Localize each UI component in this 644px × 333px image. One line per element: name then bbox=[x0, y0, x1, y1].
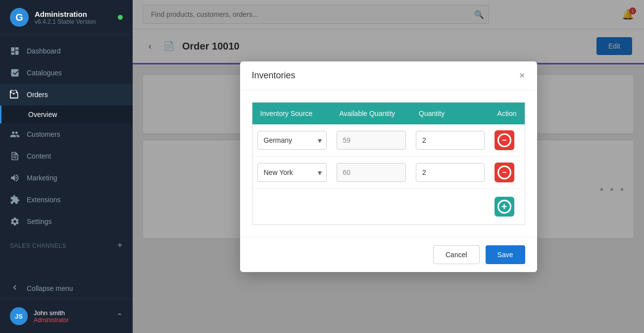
cell-empty-1 bbox=[252, 188, 332, 224]
marketing-label: Marketing bbox=[27, 174, 57, 182]
sidebar-item-orders[interactable]: Orders bbox=[0, 84, 133, 106]
cell-source-2: Germany New York London Paris ▾ bbox=[252, 156, 332, 188]
status-dot bbox=[118, 15, 123, 20]
user-name: John smith bbox=[34, 309, 110, 317]
content-icon bbox=[10, 151, 20, 161]
cell-avail-qty-2 bbox=[332, 156, 411, 188]
sidebar-footer: JS John smith Administrator ⌃ bbox=[0, 299, 133, 333]
modal-body: Inventory Source Available Quantity Quan… bbox=[240, 90, 537, 237]
save-button[interactable]: Save bbox=[486, 245, 525, 264]
cell-action-2: − bbox=[490, 156, 525, 188]
sidebar-nav: Dashboard Catalogues Orders Overview Cus… bbox=[0, 35, 133, 278]
add-row-button[interactable]: + bbox=[495, 197, 514, 217]
catalogues-label: Catalogues bbox=[27, 69, 62, 77]
sidebar-header: G Administration v6.4.2.1 Stable Version bbox=[0, 0, 133, 35]
source-select-2[interactable]: Germany New York London Paris bbox=[257, 163, 327, 182]
col-inventory-source: Inventory Source bbox=[252, 102, 332, 124]
quantity-input-1[interactable] bbox=[416, 131, 485, 150]
customers-icon bbox=[10, 129, 20, 139]
modal-header: Inventories × bbox=[240, 61, 537, 90]
inventory-table: Inventory Source Available Quantity Quan… bbox=[252, 102, 525, 225]
table-row: Germany New York London Paris ▾ bbox=[252, 124, 525, 157]
cell-avail-qty-1 bbox=[332, 124, 411, 157]
dashboard-label: Dashboard bbox=[27, 47, 61, 55]
cell-qty-1 bbox=[411, 124, 490, 157]
modal-close-button[interactable]: × bbox=[519, 70, 525, 80]
content-label: Content bbox=[27, 152, 51, 160]
cell-qty-2 bbox=[411, 156, 490, 188]
remove-row-1-button[interactable]: − bbox=[495, 130, 514, 150]
source-select-1[interactable]: Germany New York London Paris bbox=[257, 131, 327, 150]
app-version: v6.4.2.1 Stable Version bbox=[35, 18, 112, 25]
extensions-icon bbox=[10, 195, 20, 205]
sidebar-item-customers[interactable]: Customers bbox=[0, 123, 133, 145]
catalogues-icon bbox=[10, 68, 20, 78]
modal-overlay: Inventories × Inventory Source Available… bbox=[133, 0, 644, 333]
sales-channels-section: Sales Channels + bbox=[0, 232, 133, 255]
orders-label: Orders bbox=[27, 91, 48, 99]
inventories-modal: Inventories × Inventory Source Available… bbox=[240, 61, 537, 272]
modal-title: Inventories bbox=[252, 70, 296, 81]
source-select-wrapper-1: Germany New York London Paris ▾ bbox=[257, 131, 327, 150]
settings-label: Settings bbox=[27, 218, 52, 225]
orders-icon bbox=[10, 90, 20, 100]
sidebar-item-dashboard[interactable]: Dashboard bbox=[0, 40, 133, 62]
dashboard-icon bbox=[10, 46, 20, 56]
sidebar-item-settings[interactable]: Settings bbox=[0, 211, 133, 232]
app-name: Administration bbox=[35, 10, 112, 18]
sidebar-item-catalogues[interactable]: Catalogues bbox=[0, 62, 133, 84]
main-content: 🔍 🔔 1 ‹ 📄 Order 10010 Edit • • • Invento… bbox=[133, 0, 644, 333]
cell-empty-3 bbox=[411, 188, 490, 224]
user-info: John smith Administrator bbox=[34, 309, 110, 324]
modal-footer: Cancel Save bbox=[240, 237, 537, 272]
available-qty-input-2 bbox=[337, 163, 406, 182]
remove-row-2-button[interactable]: − bbox=[495, 163, 514, 182]
marketing-icon bbox=[10, 173, 20, 183]
customers-label: Customers bbox=[27, 130, 60, 138]
app-info: Administration v6.4.2.1 Stable Version bbox=[35, 10, 112, 25]
sidebar-item-extensions[interactable]: Extensions bbox=[0, 189, 133, 211]
user-menu-chevron[interactable]: ⌃ bbox=[116, 312, 123, 321]
sidebar-subitem-overview[interactable]: Overview bbox=[0, 106, 133, 123]
settings-icon bbox=[10, 217, 20, 226]
sidebar: G Administration v6.4.2.1 Stable Version… bbox=[0, 0, 133, 333]
extensions-label: Extensions bbox=[27, 196, 60, 204]
quantity-input-2[interactable] bbox=[416, 163, 485, 182]
cell-add-action: + bbox=[490, 188, 525, 224]
table-row: Germany New York London Paris ▾ bbox=[252, 156, 525, 188]
plus-icon: + bbox=[497, 200, 511, 214]
table-header: Inventory Source Available Quantity Quan… bbox=[252, 102, 525, 124]
cancel-button[interactable]: Cancel bbox=[433, 245, 480, 264]
col-quantity: Quantity bbox=[411, 102, 490, 124]
minus-icon-1: − bbox=[497, 133, 511, 147]
app-logo: G bbox=[10, 8, 29, 27]
minus-icon-2: − bbox=[497, 166, 511, 179]
add-sales-channel-btn[interactable]: + bbox=[117, 240, 123, 251]
cell-empty-2 bbox=[332, 188, 411, 224]
cell-source-1: Germany New York London Paris ▾ bbox=[252, 124, 332, 157]
source-select-wrapper-2: Germany New York London Paris ▾ bbox=[257, 163, 327, 182]
cell-action-1: − bbox=[490, 124, 525, 157]
user-role: Administrator bbox=[34, 317, 110, 324]
available-qty-input-1 bbox=[337, 131, 406, 150]
collapse-icon bbox=[10, 282, 20, 294]
col-available-quantity: Available Quantity bbox=[332, 102, 411, 124]
table-row-add: + bbox=[252, 188, 525, 224]
overview-label: Overview bbox=[28, 111, 57, 118]
avatar: JS bbox=[10, 307, 28, 325]
collapse-menu-btn[interactable]: Collapse menu bbox=[0, 278, 133, 299]
sidebar-item-marketing[interactable]: Marketing bbox=[0, 167, 133, 189]
sidebar-item-content[interactable]: Content bbox=[0, 145, 133, 167]
col-action: Action bbox=[490, 102, 525, 124]
